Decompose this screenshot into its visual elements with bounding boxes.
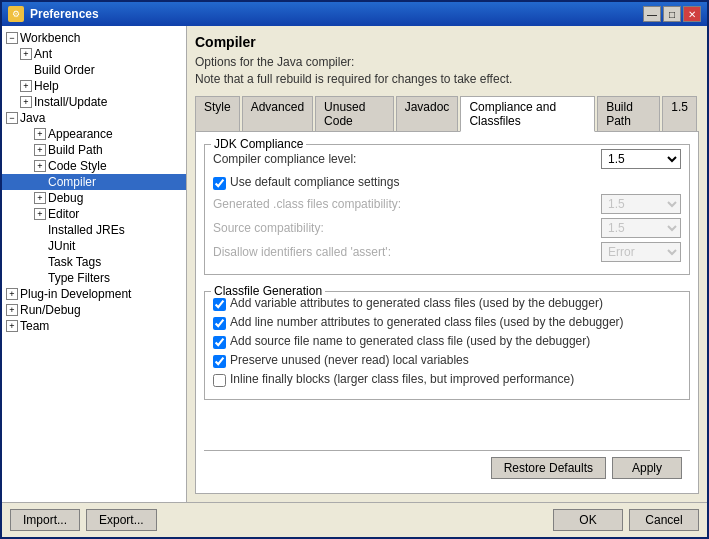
expander-team[interactable]: + bbox=[6, 320, 18, 332]
cancel-button[interactable]: Cancel bbox=[629, 509, 699, 531]
sidebar-item-team[interactable]: +Team bbox=[2, 318, 186, 334]
expander-help[interactable]: + bbox=[20, 80, 32, 92]
classfile-checkbox-inline-finally[interactable] bbox=[213, 374, 226, 387]
disallow-select[interactable]: Error Warning Ignore bbox=[601, 242, 681, 262]
sidebar-label-workbench: Workbench bbox=[20, 31, 80, 45]
classfile-option-inline-finally: Inline finally blocks (larger class file… bbox=[213, 372, 681, 387]
sidebar-label-ant: Ant bbox=[34, 47, 52, 61]
expander-appearance[interactable]: + bbox=[34, 128, 46, 140]
tab-compliance-classfiles[interactable]: Compliance and Classfiles bbox=[460, 96, 595, 132]
sidebar-label-run-debug: Run/Debug bbox=[20, 303, 81, 317]
maximize-button[interactable]: □ bbox=[663, 6, 681, 22]
sidebar-item-install-update[interactable]: +Install/Update bbox=[2, 94, 186, 110]
use-default-label: Use default compliance settings bbox=[230, 175, 399, 189]
expander-code-style[interactable]: + bbox=[34, 160, 46, 172]
compliance-level-select[interactable]: 1.5 1.3 1.4 1.6 bbox=[601, 149, 681, 169]
sidebar-label-java: Java bbox=[20, 111, 45, 125]
sidebar-item-appearance[interactable]: +Appearance bbox=[2, 126, 186, 142]
classfile-option-add-line-number: Add line number attributes to generated … bbox=[213, 315, 681, 330]
classfile-label-add-source-file: Add source file name to generated class … bbox=[230, 334, 590, 348]
preferences-window: ⚙ Preferences — □ ✕ −Workbench+AntBuild … bbox=[0, 0, 709, 539]
sidebar-item-editor[interactable]: +Editor bbox=[2, 206, 186, 222]
sidebar-item-workbench[interactable]: −Workbench bbox=[2, 30, 186, 46]
expander-ant[interactable]: + bbox=[20, 48, 32, 60]
bottom-bar: Import... Export... OK Cancel bbox=[2, 502, 707, 537]
sidebar-item-ant[interactable]: +Ant bbox=[2, 46, 186, 62]
sidebar-label-compiler: Compiler bbox=[48, 175, 96, 189]
classfile-checkbox-add-source-file[interactable] bbox=[213, 336, 226, 349]
sidebar-label-editor: Editor bbox=[48, 207, 79, 221]
title-buttons: — □ ✕ bbox=[643, 6, 701, 22]
classfile-checkbox-add-line-number[interactable] bbox=[213, 317, 226, 330]
source-compat-row: Source compatibility: 1.5 bbox=[213, 218, 681, 238]
minimize-button[interactable]: — bbox=[643, 6, 661, 22]
sidebar-item-build-path[interactable]: +Build Path bbox=[2, 142, 186, 158]
classfile-generation-title: Classfile Generation bbox=[211, 284, 325, 298]
expander-java[interactable]: − bbox=[6, 112, 18, 124]
expander-editor[interactable]: + bbox=[34, 208, 46, 220]
disallow-label: Disallow identifiers called 'assert': bbox=[213, 245, 601, 259]
tab-unused-code[interactable]: Unused Code bbox=[315, 96, 394, 131]
generated-label: Generated .class files compatibility: bbox=[213, 197, 601, 211]
tab-style[interactable]: Style bbox=[195, 96, 240, 131]
sidebar-label-task-tags: Task Tags bbox=[48, 255, 101, 269]
content-area: −Workbench+AntBuild Order+Help+Install/U… bbox=[2, 26, 707, 502]
expander-debug[interactable]: + bbox=[34, 192, 46, 204]
classfile-option-add-source-file: Add source file name to generated class … bbox=[213, 334, 681, 349]
classfile-label-preserve-unused: Preserve unused (never read) local varia… bbox=[230, 353, 469, 367]
sidebar-label-code-style: Code Style bbox=[48, 159, 107, 173]
classfile-label-inline-finally: Inline finally blocks (larger class file… bbox=[230, 372, 574, 386]
compiler-tabs: StyleAdvancedUnused CodeJavadocComplianc… bbox=[195, 96, 699, 132]
export-button[interactable]: Export... bbox=[86, 509, 157, 531]
use-default-checkbox[interactable] bbox=[213, 177, 226, 190]
tab-1-5[interactable]: 1.5 bbox=[662, 96, 697, 131]
sidebar-item-task-tags[interactable]: Task Tags bbox=[2, 254, 186, 270]
use-default-row: Use default compliance settings bbox=[213, 175, 681, 190]
sidebar-label-help: Help bbox=[34, 79, 59, 93]
ok-button[interactable]: OK bbox=[553, 509, 623, 531]
expander-install-update[interactable]: + bbox=[20, 96, 32, 108]
bottom-right-buttons: OK Cancel bbox=[553, 509, 699, 531]
sidebar-item-help[interactable]: +Help bbox=[2, 78, 186, 94]
sidebar: −Workbench+AntBuild Order+Help+Install/U… bbox=[2, 26, 187, 502]
import-button[interactable]: Import... bbox=[10, 509, 80, 531]
apply-button[interactable]: Apply bbox=[612, 457, 682, 479]
sidebar-item-java[interactable]: −Java bbox=[2, 110, 186, 126]
classfile-option-preserve-unused: Preserve unused (never read) local varia… bbox=[213, 353, 681, 368]
expander-run-debug[interactable]: + bbox=[6, 304, 18, 316]
sidebar-item-junit[interactable]: JUnit bbox=[2, 238, 186, 254]
page-title: Compiler bbox=[195, 34, 699, 50]
tab-javadoc[interactable]: Javadoc bbox=[396, 96, 459, 131]
tab-build-path[interactable]: Build Path bbox=[597, 96, 660, 131]
title-bar: ⚙ Preferences — □ ✕ bbox=[2, 2, 707, 26]
restore-defaults-button[interactable]: Restore Defaults bbox=[491, 457, 606, 479]
sidebar-item-installed-jres[interactable]: Installed JREs bbox=[2, 222, 186, 238]
classfile-generation-group: Classfile Generation Add variable attrib… bbox=[204, 291, 690, 400]
sidebar-item-debug[interactable]: +Debug bbox=[2, 190, 186, 206]
source-label: Source compatibility: bbox=[213, 221, 601, 235]
jdk-compliance-title: JDK Compliance bbox=[211, 137, 306, 151]
bottom-left-buttons: Import... Export... bbox=[10, 509, 157, 531]
sidebar-item-plugin-dev[interactable]: +Plug-in Development bbox=[2, 286, 186, 302]
classfile-checkbox-preserve-unused[interactable] bbox=[213, 355, 226, 368]
source-select[interactable]: 1.5 bbox=[601, 218, 681, 238]
sidebar-label-install-update: Install/Update bbox=[34, 95, 107, 109]
sidebar-label-type-filters: Type Filters bbox=[48, 271, 110, 285]
sidebar-item-code-style[interactable]: +Code Style bbox=[2, 158, 186, 174]
generated-select[interactable]: 1.5 bbox=[601, 194, 681, 214]
expander-build-path[interactable]: + bbox=[34, 144, 46, 156]
sidebar-item-run-debug[interactable]: +Run/Debug bbox=[2, 302, 186, 318]
sidebar-label-plugin-dev: Plug-in Development bbox=[20, 287, 131, 301]
jdk-compliance-group: JDK Compliance Compiler compliance level… bbox=[204, 144, 690, 275]
sidebar-label-debug: Debug bbox=[48, 191, 83, 205]
sidebar-item-compiler[interactable]: Compiler bbox=[2, 174, 186, 190]
close-button[interactable]: ✕ bbox=[683, 6, 701, 22]
tab-advanced[interactable]: Advanced bbox=[242, 96, 313, 131]
expander-workbench[interactable]: − bbox=[6, 32, 18, 44]
classfile-label-add-variable: Add variable attributes to generated cla… bbox=[230, 296, 603, 310]
window-title: Preferences bbox=[30, 7, 99, 21]
sidebar-item-type-filters[interactable]: Type Filters bbox=[2, 270, 186, 286]
sidebar-item-build-order[interactable]: Build Order bbox=[2, 62, 186, 78]
expander-plugin-dev[interactable]: + bbox=[6, 288, 18, 300]
classfile-checkbox-add-variable[interactable] bbox=[213, 298, 226, 311]
